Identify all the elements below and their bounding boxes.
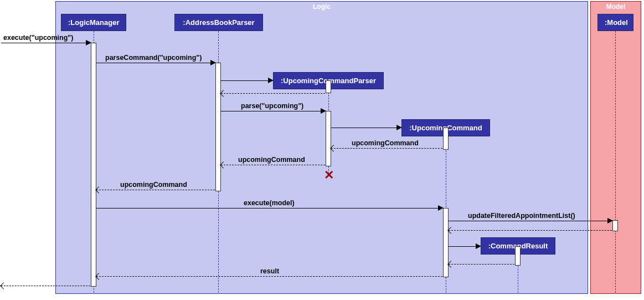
arrow-return-ucp-create <box>221 93 325 94</box>
activation-address-book-parser <box>215 63 221 191</box>
arrow-execute-upcoming <box>1 43 90 43</box>
label-update-filtered: updateFilteredAppointmentList() <box>468 212 575 220</box>
model-box-title: Model <box>601 2 631 12</box>
arrow-execute-model <box>96 208 442 209</box>
activation-model <box>612 220 618 231</box>
arrowhead-create-ucp <box>268 78 274 83</box>
arrow-create-uc <box>331 128 400 128</box>
lifeline-model <box>615 31 616 293</box>
activation-logic-manager <box>91 43 96 287</box>
label-parse-command: parseCommand("upcoming") <box>105 54 202 62</box>
arrow-return-uc-3 <box>96 190 215 190</box>
arrow-return-uc-1 <box>331 148 442 149</box>
activation-upcoming-command-1 <box>443 128 449 150</box>
arrow-return-out <box>1 286 90 286</box>
arrow-create-ucp <box>221 80 272 81</box>
activation-upcoming-command-2 <box>443 208 449 277</box>
arrowhead-update-filtered <box>607 218 613 223</box>
participant-logic-manager: :LogicManager <box>61 14 126 31</box>
label-return-uc-3: upcomingCommand <box>120 181 187 189</box>
arrowhead-create-uc <box>396 125 402 130</box>
arrow-return-result <box>96 276 442 277</box>
activation-command-result <box>515 246 521 266</box>
destroy-ucp: ✕ <box>324 168 334 182</box>
arrow-return-uc-2 <box>221 165 325 165</box>
label-execute-upcoming: execute("upcoming") <box>3 34 73 42</box>
label-return-uc-1: upcomingCommand <box>352 139 419 147</box>
arrow-parse <box>221 111 324 111</box>
label-return-uc-2: upcomingCommand <box>238 156 305 164</box>
logic-box-title: Logic <box>307 2 336 12</box>
label-parse: parse("upcoming") <box>241 102 303 110</box>
arrow-update-filtered <box>449 221 611 221</box>
arrow-create-cr <box>449 246 480 247</box>
arrowhead-execute-model <box>438 205 444 211</box>
arrow-parse-command <box>96 63 214 63</box>
model-box: Model <box>590 1 641 294</box>
arrowhead-create-cr <box>476 243 481 249</box>
arrow-return-model <box>449 230 612 231</box>
activation-upcoming-command-parser-1 <box>326 80 331 93</box>
arrowhead-parse-command <box>210 60 216 65</box>
arrowhead-execute-upcoming <box>86 40 91 45</box>
arrowhead-parse <box>321 108 326 114</box>
label-return-result: result <box>260 267 279 275</box>
label-execute-model: execute(model) <box>244 199 295 207</box>
arrowhead-return-out <box>0 282 7 289</box>
participant-model: :Model <box>597 14 633 31</box>
participant-address-book-parser: :AddressBookParser <box>174 14 263 31</box>
arrow-return-cr <box>449 264 514 265</box>
activation-upcoming-command-parser-2 <box>326 111 331 166</box>
